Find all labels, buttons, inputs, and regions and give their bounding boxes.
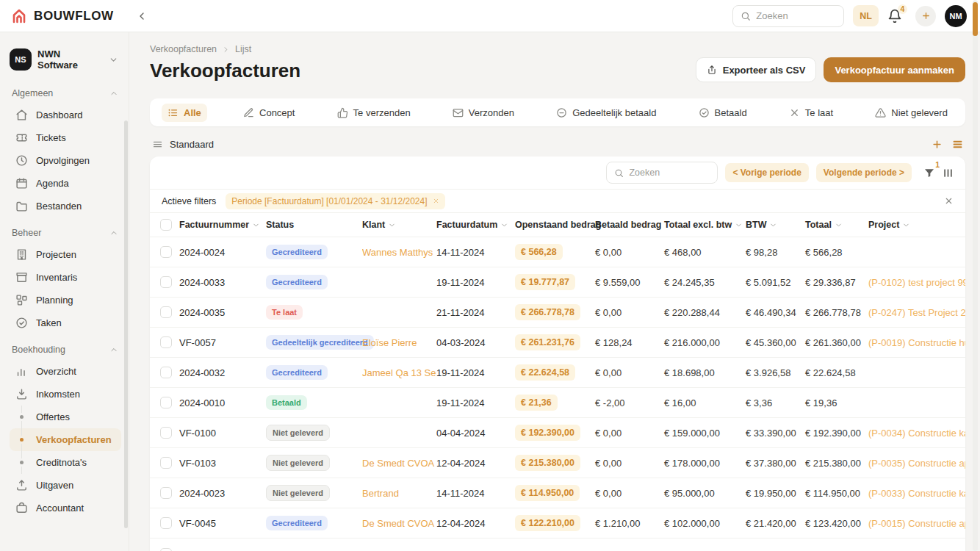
project-link[interactable]: (P-0015) Constructie appa	[868, 518, 965, 529]
sidebar-item-inventaris[interactable]: Inventaris	[10, 266, 121, 289]
table-search-input[interactable]	[629, 168, 710, 178]
global-search-input[interactable]	[756, 10, 836, 21]
client-link[interactable]: Wannes Matthys	[362, 247, 436, 258]
table-row[interactable]: 2024-0033Gecrediteerd19-11-2024€ 19.777,…	[150, 267, 965, 298]
row-checkbox[interactable]	[160, 336, 172, 348]
sidebar-item-agenda[interactable]: Agenda	[10, 172, 121, 195]
project-link[interactable]: (P-0035) Constructie appa	[868, 458, 965, 469]
sidebar-item-accountant[interactable]: Accountant	[10, 497, 121, 519]
client-link[interactable]: De Smedt CVOA	[362, 518, 436, 529]
column-header-project[interactable]: Project	[868, 220, 965, 230]
export-csv-button[interactable]: Exporteer als CSV	[696, 57, 817, 82]
column-header-totaal[interactable]: Totaal	[805, 220, 868, 230]
client-link[interactable]: De Smedt CVOA	[362, 458, 436, 469]
sidebar-item-planning[interactable]: Planning	[10, 289, 121, 311]
outstanding-amount: € 21,36	[515, 395, 558, 411]
row-checkbox[interactable]	[160, 517, 172, 529]
column-header-totaal-excl-btw[interactable]: Totaal excl. btw	[664, 220, 746, 230]
remove-filter-icon[interactable]	[433, 198, 439, 204]
sidebar-item-bestanden[interactable]: Bestanden	[10, 195, 121, 217]
sidebar-collapse-button[interactable]	[136, 10, 148, 22]
locale-badge[interactable]: NL	[853, 5, 879, 26]
client-link[interactable]: Bertrand	[362, 488, 436, 499]
client-link[interactable]: Jameel Qa 13 Sep	[362, 367, 436, 378]
page-scrollbar[interactable]	[973, 0, 978, 551]
sidebar-item-tickets[interactable]: Tickets	[10, 126, 121, 149]
sidebar-section-algemeen[interactable]: Algemeen	[12, 88, 118, 98]
period-filter-chip[interactable]: Periode [Factuurdatum] [01/01/2024 - 31/…	[226, 193, 444, 209]
column-header-label: Status	[266, 220, 294, 230]
quick-add-button[interactable]	[915, 6, 936, 26]
client-link[interactable]: Eloïse Pierre	[362, 337, 436, 348]
project-link[interactable]: (P-0033) Constructie kanto	[868, 488, 965, 499]
tab-label: Alle	[184, 107, 201, 118]
global-search[interactable]	[732, 5, 844, 27]
column-header-factuurdatum[interactable]: Factuurdatum	[436, 220, 515, 230]
table-row[interactable]: VF-0100Niet geleverd04-04-2024€ 192.390,…	[150, 418, 965, 448]
sidebar-item-uitgaven[interactable]: Uitgaven	[10, 474, 121, 497]
row-checkbox[interactable]	[160, 397, 172, 408]
table-row[interactable]: 2024-0024GecrediteerdWannes Matthys14-11…	[150, 237, 965, 267]
table-row[interactable]: 2024-0035Te laat21-11-2024€ 266.778,78€ …	[150, 298, 965, 328]
prev-period-button[interactable]: < Vorige periode	[725, 163, 808, 182]
sidebar-item-opvolgingen[interactable]: Opvolgingen	[10, 149, 121, 172]
columns-button[interactable]	[943, 168, 954, 179]
table-row[interactable]: VF-0057Gedeeltelijk gecrediteerdEloïse P…	[150, 328, 965, 358]
row-checkbox[interactable]	[160, 548, 172, 551]
view-name[interactable]: Standaard	[170, 139, 214, 150]
sidebar-item-inkomsten[interactable]: Inkomsten	[10, 383, 121, 406]
tab-verzonden[interactable]: Verzonden	[447, 104, 520, 122]
tab-alle[interactable]: Alle	[162, 104, 207, 122]
create-invoice-button[interactable]: Verkoopfactuur aanmaken	[824, 57, 965, 82]
row-checkbox[interactable]	[160, 367, 172, 378]
sidebar-item-taken[interactable]: Taken	[10, 311, 121, 334]
row-checkbox[interactable]	[160, 457, 172, 469]
row-checkbox[interactable]	[160, 246, 172, 258]
view-list-button[interactable]	[952, 139, 963, 150]
column-header-btw[interactable]: BTW	[746, 220, 805, 230]
sidebar-item-projecten[interactable]: Projecten	[10, 243, 121, 266]
tab-betaald[interactable]: Betaald	[693, 104, 753, 122]
sidebar-section-beheer[interactable]: Beheer	[12, 228, 118, 238]
row-checkbox[interactable]	[160, 487, 172, 499]
sidebar-item-dashboard[interactable]: Dashboard	[10, 104, 121, 126]
table-row[interactable]: VF-0045GecrediteerdDe Smedt CVOA12-04-20…	[150, 508, 965, 539]
project-link[interactable]: (P-0019) Constructie huis	[868, 337, 965, 348]
sidebar-item-overzicht[interactable]: Overzicht	[10, 360, 121, 383]
row-checkbox[interactable]	[160, 276, 172, 288]
tab-concept[interactable]: Concept	[237, 104, 300, 122]
org-selector[interactable]: NS NWN Software	[10, 48, 121, 71]
page-scrollbar-thumb[interactable]	[973, 2, 978, 36]
table-row[interactable]: 2024-0023Niet geleverdBertrand14-11-2024…	[150, 478, 965, 508]
row-checkbox[interactable]	[160, 306, 172, 318]
next-period-button[interactable]: Volgende periode >	[816, 163, 912, 182]
table-row[interactable]: 2024-0010Betaald19-11-2024€ 21,36€ -2,00…	[150, 388, 965, 418]
tab-te-verzenden[interactable]: Te verzenden	[331, 104, 417, 122]
column-header-factuurnummer[interactable]: Factuurnummer	[179, 220, 266, 230]
notifications-button[interactable]: 4	[887, 9, 902, 24]
project-link[interactable]: (P-0247) Test Project 21 No	[868, 307, 965, 318]
sidebar-item-verkoopfacturen[interactable]: Verkoopfacturen	[10, 428, 121, 451]
select-all-checkbox[interactable]	[160, 219, 172, 231]
row-checkbox[interactable]	[160, 427, 172, 439]
tab-gedeeltelijk-betaald[interactable]: Gedeeltelijk betaald	[550, 104, 662, 122]
add-view-button[interactable]	[932, 139, 943, 150]
breadcrumb-item[interactable]: Verkoopfacturen	[150, 44, 217, 54]
sidebar-item-creditnota-s[interactable]: Creditnota's	[10, 451, 121, 474]
project-link[interactable]: (P-0034) Constructie kanto	[868, 428, 965, 439]
hamburger-icon[interactable]	[152, 139, 163, 150]
table-search[interactable]	[606, 162, 718, 184]
project-link[interactable]: (P-0102) test project 99	[868, 277, 965, 288]
user-avatar[interactable]: NM	[945, 5, 967, 27]
table-row[interactable]: VF-0103Niet geleverdDe Smedt CVOA12-04-2…	[150, 448, 965, 478]
clear-filters-button[interactable]	[944, 196, 954, 206]
tab-niet-geleverd[interactable]: Niet geleverd	[869, 104, 954, 122]
table-row[interactable]: 2024-0032GecrediteerdJameel Qa 13 Sep19-…	[150, 358, 965, 388]
column-header-klant[interactable]: Klant	[362, 220, 436, 230]
sidebar-section-boekhouding[interactable]: Boekhouding	[12, 345, 118, 355]
sidebar-scrollbar-thumb[interactable]	[124, 120, 128, 528]
outstanding-amount: € 19.777,87	[515, 274, 575, 290]
tab-te-laat[interactable]: Te laat	[783, 104, 839, 122]
sidebar-item-offertes[interactable]: Offertes	[10, 406, 121, 428]
filter-button[interactable]: 1	[923, 167, 935, 179]
